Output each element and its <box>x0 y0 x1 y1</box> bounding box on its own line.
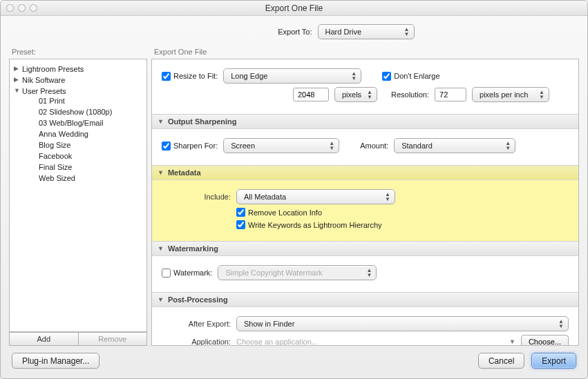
sharpen-for-checkbox[interactable]: Sharpen For: <box>162 142 218 150</box>
select-arrows-icon: ▲▼ <box>505 141 512 150</box>
select-arrows-icon: ▲▼ <box>351 71 358 81</box>
window-title: Export One File <box>1 3 587 13</box>
sharpen-for-select[interactable]: Screen ▲▼ <box>223 138 339 153</box>
preset-item[interactable]: Blog Size <box>35 139 141 150</box>
select-arrows-icon: ▲▼ <box>367 90 374 99</box>
resolution-input[interactable] <box>435 88 466 101</box>
watermark-select[interactable]: Simple Copyright Watermark ▲▼ <box>218 265 377 280</box>
preset-item[interactable]: 03 Web/Blog/Email <box>35 117 141 128</box>
select-arrows-icon: ▲▼ <box>404 27 411 37</box>
preset-group-lightroom[interactable]: Lightroom Presets <box>12 64 144 75</box>
add-preset-button[interactable]: Add <box>9 332 79 346</box>
choose-application-button[interactable]: Choose... <box>521 335 569 346</box>
titlebar: Export One File <box>1 1 587 16</box>
size-value-input[interactable] <box>293 88 329 101</box>
preset-item[interactable]: 02 Slideshow (1080p) <box>35 106 141 117</box>
select-arrows-icon: ▲▼ <box>385 192 392 202</box>
application-label: Application: <box>162 338 231 346</box>
application-placeholder: Choose an application... <box>236 338 504 346</box>
resize-to-fit-checkbox[interactable]: Resize to Fit: <box>162 72 218 81</box>
disclosure-triangle-icon: ▼ <box>158 169 164 176</box>
select-arrows-icon: ▲▼ <box>366 268 373 278</box>
remove-preset-button[interactable]: Remove <box>79 332 148 346</box>
preset-item[interactable]: 01 Print <box>35 95 141 106</box>
preset-group-nik[interactable]: Nik Software <box>12 75 144 86</box>
write-keywords-checkbox[interactable]: Write Keywords as Lightroom Hierarchy <box>236 220 382 229</box>
after-export-label: After Export: <box>162 320 231 328</box>
disclosure-triangle-icon: ▼ <box>158 296 164 303</box>
select-arrows-icon: ▲▼ <box>329 141 336 150</box>
plugin-manager-button[interactable]: Plug-in Manager... <box>12 353 99 369</box>
export-button[interactable]: Export <box>531 353 576 369</box>
preset-item[interactable]: Facebook <box>35 150 141 162</box>
after-export-select[interactable]: Show in Finder ▲▼ <box>236 316 569 331</box>
recent-apps-menu-icon[interactable]: ▼ <box>509 338 515 345</box>
remove-location-checkbox[interactable]: Remove Location Info <box>236 208 322 217</box>
watermark-checkbox[interactable]: Watermark: <box>162 269 212 278</box>
size-unit-select[interactable]: pixels ▲▼ <box>334 87 377 102</box>
dont-enlarge-label: Don't Enlarge <box>394 72 439 80</box>
amount-label: Amount: <box>360 142 388 150</box>
resize-to-fit-label: Resize to Fit: <box>173 72 218 80</box>
section-metadata[interactable]: ▼Metadata <box>152 166 578 180</box>
preset-heading: Preset: <box>9 46 147 59</box>
export-to-select[interactable]: Hard Drive ▲▼ <box>318 24 415 39</box>
select-arrows-icon: ▲▼ <box>539 90 546 99</box>
disclosure-triangle-icon: ▼ <box>158 245 164 252</box>
right-heading: Export One File <box>151 46 579 59</box>
resize-mode-select[interactable]: Long Edge ▲▼ <box>223 68 361 84</box>
sharpen-amount-select[interactable]: Standard ▲▼ <box>394 138 515 153</box>
disclosure-triangle-icon: ▼ <box>158 118 164 125</box>
section-watermarking[interactable]: ▼Watermarking <box>152 242 578 256</box>
dont-enlarge-checkbox[interactable]: Don't Enlarge <box>382 72 439 81</box>
section-output-sharpening[interactable]: ▼Output Sharpening <box>152 115 578 129</box>
export-to-label: Export To: <box>174 28 312 36</box>
preset-item[interactable]: Anna Wedding <box>35 128 141 139</box>
preset-item[interactable]: Final Size <box>35 162 141 173</box>
resolution-label: Resolution: <box>391 90 429 99</box>
preset-group-user[interactable]: User Presets 01 Print 02 Slideshow (1080… <box>12 86 144 185</box>
select-arrows-icon: ▲▼ <box>558 319 565 329</box>
include-label: Include: <box>162 193 231 201</box>
preset-item[interactable]: Web Sized <box>35 173 141 184</box>
metadata-include-select[interactable]: All Metadata ▲▼ <box>236 189 395 204</box>
export-to-value: Hard Drive <box>325 28 362 36</box>
cancel-button[interactable]: Cancel <box>478 353 524 369</box>
preset-list: Lightroom Presets Nik Software User Pres… <box>9 59 147 332</box>
resolution-unit-select[interactable]: pixels per inch ▲▼ <box>472 87 549 102</box>
section-post-processing[interactable]: ▼Post-Processing <box>152 293 578 307</box>
